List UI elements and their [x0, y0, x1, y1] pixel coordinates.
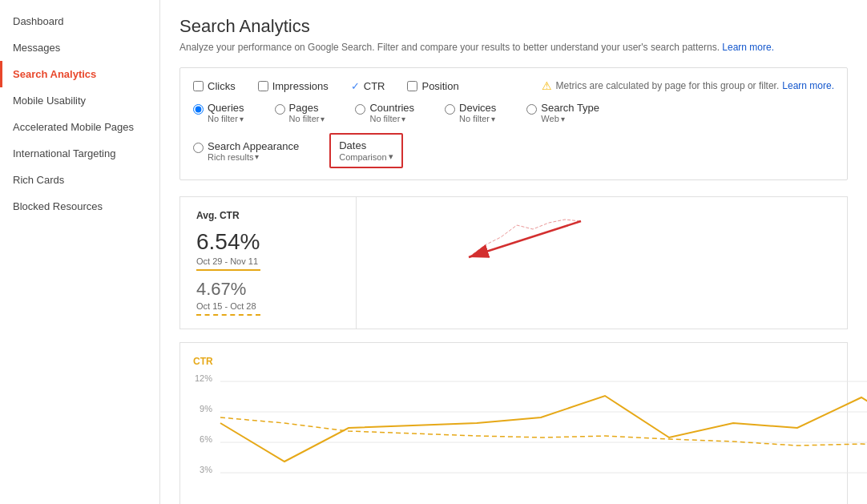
sidebar-item-messages[interactable]: Messages [0, 34, 159, 61]
impressions-checkbox-group: Impressions [258, 80, 329, 92]
search-appearance-radio-group: Search Appearance Rich results ▾ [193, 140, 299, 162]
metrics-learn-more-link[interactable]: Learn more. [782, 80, 834, 91]
position-checkbox[interactable] [407, 81, 417, 91]
queries-filter-link[interactable]: No filter ▾ [208, 114, 244, 123]
pages-filter-link[interactable]: No filter ▾ [289, 114, 325, 123]
ctr-checkbox-group: ✓ CTR [351, 80, 385, 92]
svg-line-0 [469, 221, 581, 257]
ctr-secondary-value: 4.67% [196, 279, 340, 300]
countries-filter-link[interactable]: No filter ▾ [369, 114, 414, 123]
ctr-label[interactable]: CTR [364, 80, 385, 92]
ctr-stats: Avg. CTR 6.54% Oct 29 - Nov 11 4.67% Oct… [180, 197, 357, 329]
search-type-radio[interactable] [526, 104, 537, 115]
dates-value: Comparison ▾ [339, 151, 393, 162]
learn-more-header-link[interactable]: Learn more. [722, 42, 774, 53]
pages-radio[interactable] [275, 104, 285, 115]
search-type-filter-arrow: ▾ [561, 115, 565, 123]
red-arrow-annotation [421, 213, 597, 277]
search-appearance-filter-link[interactable]: Rich results ▾ [208, 152, 299, 162]
svg-text:3%: 3% [200, 465, 212, 474]
position-checkbox-group: Position [407, 80, 458, 92]
metrics-note-text: Metrics are calculated by page for this … [555, 80, 779, 91]
ctr-chart-svg: 12% 9% 6% 3% [220, 373, 867, 494]
sidebar-item-dashboard[interactable]: Dashboard [0, 8, 159, 34]
sidebar: Dashboard Messages Search Analytics Mobi… [0, 0, 160, 504]
chart-container: CTR 12% 9% 6% 3% [179, 342, 848, 504]
primary-underline [196, 269, 260, 271]
countries-radio-label[interactable]: Countries [369, 102, 414, 114]
devices-radio-label[interactable]: Devices [459, 102, 496, 114]
appearance-dates-row: Search Appearance Rich results ▾ Dates C… [193, 133, 834, 168]
sidebar-item-search-analytics[interactable]: Search Analytics [0, 61, 159, 87]
warning-icon: ⚠ [542, 79, 552, 92]
pages-radio-group: Pages No filter ▾ [275, 102, 325, 123]
chart-annotation-area [357, 197, 847, 329]
devices-filter-arrow: ▾ [491, 115, 495, 123]
chart-ctr-axis-label: CTR [193, 356, 834, 367]
sidebar-item-mobile-usability[interactable]: Mobile Usability [0, 87, 159, 114]
avg-ctr-label: Avg. CTR [196, 210, 340, 221]
search-type-radio-group: Search Type Web ▾ [526, 102, 599, 123]
ctr-secondary-date: Oct 15 - Oct 28 [196, 301, 340, 311]
svg-text:9%: 9% [200, 404, 212, 413]
position-label[interactable]: Position [421, 80, 458, 92]
dates-box[interactable]: Dates Comparison ▾ [329, 133, 402, 168]
queries-radio-label[interactable]: Queries [208, 102, 244, 114]
dates-arrow-icon: ▾ [389, 151, 393, 162]
dimensions-filter-row: Queries No filter ▾ Pages No filter ▾ [193, 102, 834, 123]
devices-filter-link[interactable]: No filter ▾ [459, 114, 496, 123]
filter-panel: Clicks Impressions ✓ CTR Position ⚠ Metr… [179, 67, 848, 180]
sidebar-item-accelerated-mobile-pages[interactable]: Accelerated Mobile Pages [0, 114, 159, 140]
pages-radio-label[interactable]: Pages [289, 102, 325, 114]
search-appearance-filter-arrow: ▾ [255, 152, 259, 161]
clicks-checkbox-group: Clicks [193, 80, 236, 92]
ctr-checkmark-icon: ✓ [351, 80, 360, 92]
ctr-primary-date: Oct 29 - Nov 11 [196, 256, 340, 266]
clicks-checkbox[interactable] [193, 81, 204, 91]
chart-svg-wrapper: 12% 9% 6% 3% [220, 373, 834, 496]
countries-filter-arrow: ▾ [401, 115, 405, 123]
secondary-underline [196, 314, 260, 316]
sidebar-item-international-targeting[interactable]: International Targeting [0, 140, 159, 167]
sidebar-item-blocked-resources[interactable]: Blocked Resources [0, 193, 159, 220]
impressions-checkbox[interactable] [258, 81, 268, 91]
countries-radio[interactable] [355, 104, 365, 115]
search-type-radio-label[interactable]: Search Type [541, 102, 599, 114]
dates-label: Dates [339, 139, 393, 151]
search-type-filter-link[interactable]: Web ▾ [541, 114, 599, 123]
devices-radio[interactable] [445, 104, 455, 115]
devices-radio-group: Devices No filter ▾ [445, 102, 496, 123]
queries-radio-group: Queries No filter ▾ [193, 102, 244, 123]
avg-ctr-section: Avg. CTR 6.54% Oct 29 - Nov 11 4.67% Oct… [179, 196, 848, 329]
ctr-primary-value: 6.54% [196, 229, 340, 255]
main-content: Search Analytics Analyze your performanc… [160, 0, 867, 504]
svg-text:12%: 12% [195, 373, 212, 383]
pages-filter-arrow: ▾ [321, 115, 325, 123]
sidebar-item-rich-cards[interactable]: Rich Cards [0, 167, 159, 193]
clicks-label[interactable]: Clicks [208, 80, 236, 92]
metrics-note: ⚠ Metrics are calculated by page for thi… [542, 79, 834, 92]
metrics-filter-row: Clicks Impressions ✓ CTR Position ⚠ Metr… [193, 79, 834, 92]
queries-filter-arrow: ▾ [240, 115, 244, 123]
countries-radio-group: Countries No filter ▾ [355, 102, 414, 123]
search-appearance-radio[interactable] [193, 143, 204, 153]
svg-text:6%: 6% [200, 434, 212, 444]
impressions-label[interactable]: Impressions [272, 80, 329, 92]
search-appearance-radio-label[interactable]: Search Appearance [208, 140, 299, 152]
queries-radio[interactable] [193, 104, 204, 115]
page-subtitle: Analyze your performance on Google Searc… [179, 42, 848, 53]
page-title: Search Analytics [179, 16, 848, 37]
